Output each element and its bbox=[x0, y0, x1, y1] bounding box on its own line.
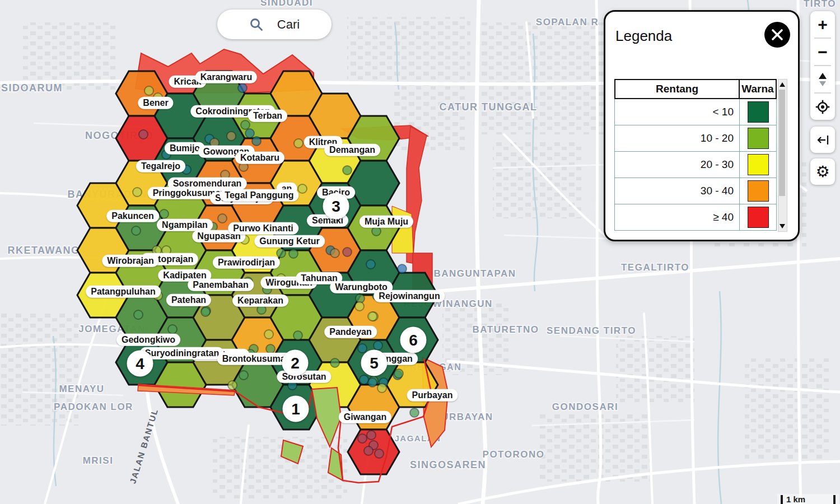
hexbin-cell[interactable] bbox=[155, 138, 206, 183]
point-marker[interactable] bbox=[246, 349, 255, 358]
point-marker[interactable] bbox=[377, 384, 386, 393]
zoom-out-button[interactable]: − bbox=[810, 39, 835, 65]
hexbin-cell[interactable] bbox=[309, 273, 361, 318]
point-marker[interactable] bbox=[241, 120, 250, 129]
hexbin-cell[interactable] bbox=[232, 94, 283, 138]
scroll-up-icon[interactable] bbox=[780, 82, 785, 87]
hexbin-cell[interactable] bbox=[232, 273, 283, 318]
point-marker[interactable] bbox=[288, 381, 297, 390]
hexbin-cell[interactable] bbox=[116, 116, 167, 161]
point-marker[interactable] bbox=[375, 449, 384, 458]
point-marker[interactable] bbox=[245, 129, 254, 138]
zoom-in-button[interactable]: + bbox=[810, 11, 835, 38]
hexbin-cell[interactable] bbox=[193, 250, 245, 295]
legend-scrollbar[interactable] bbox=[778, 79, 787, 232]
point-marker[interactable] bbox=[329, 198, 338, 207]
point-marker[interactable] bbox=[369, 441, 378, 450]
hexbin-cell[interactable] bbox=[193, 206, 245, 250]
point-marker[interactable] bbox=[364, 446, 373, 455]
cluster-marker[interactable]: 4 bbox=[127, 351, 153, 377]
point-marker[interactable] bbox=[358, 434, 367, 443]
point-marker[interactable] bbox=[227, 132, 236, 141]
point-marker[interactable] bbox=[366, 260, 375, 269]
point-marker[interactable] bbox=[372, 291, 381, 300]
point-marker[interactable] bbox=[139, 130, 148, 139]
point-marker[interactable] bbox=[238, 83, 247, 92]
hexbin-cell[interactable] bbox=[155, 273, 206, 318]
point-marker[interactable] bbox=[294, 139, 303, 148]
point-marker[interactable] bbox=[355, 302, 364, 311]
point-marker[interactable] bbox=[249, 344, 258, 353]
point-marker[interactable] bbox=[277, 249, 286, 258]
hexbin-cell[interactable] bbox=[77, 183, 129, 228]
point-marker[interactable] bbox=[343, 248, 352, 256]
point-marker[interactable] bbox=[330, 358, 339, 367]
point-marker[interactable] bbox=[398, 264, 407, 273]
close-button[interactable] bbox=[764, 22, 790, 48]
point-marker[interactable] bbox=[360, 375, 368, 384]
hexbin-cell[interactable] bbox=[155, 183, 206, 228]
point-marker[interactable] bbox=[358, 344, 367, 353]
point-marker[interactable] bbox=[326, 246, 335, 255]
point-marker[interactable] bbox=[132, 226, 141, 235]
hexbin-cell[interactable] bbox=[116, 71, 167, 116]
search-box[interactable]: Cari bbox=[217, 10, 332, 39]
point-marker[interactable] bbox=[153, 291, 162, 300]
point-marker[interactable] bbox=[356, 294, 365, 303]
hexbin-cell[interactable] bbox=[348, 116, 399, 161]
point-marker[interactable] bbox=[205, 134, 214, 143]
hexbin-cell[interactable] bbox=[386, 362, 438, 407]
point-marker[interactable] bbox=[133, 188, 142, 197]
hexbin-cell[interactable] bbox=[386, 318, 438, 362]
hexbin-cell[interactable] bbox=[386, 273, 438, 318]
point-marker[interactable] bbox=[201, 307, 210, 316]
hexbin-cell[interactable] bbox=[232, 362, 283, 407]
hexbin-cell[interactable] bbox=[77, 228, 129, 273]
hexbin-cell[interactable] bbox=[155, 318, 206, 362]
hexbin-cell[interactable] bbox=[270, 206, 322, 250]
point-marker[interactable] bbox=[369, 376, 378, 385]
point-marker[interactable] bbox=[369, 312, 378, 321]
hexbin-cell[interactable] bbox=[348, 206, 399, 250]
hexbin-cell[interactable] bbox=[309, 94, 361, 138]
point-marker[interactable] bbox=[239, 162, 248, 171]
hexbin-cell[interactable] bbox=[193, 340, 245, 385]
collapse-panel-button[interactable] bbox=[810, 127, 835, 153]
hexbin-cell[interactable] bbox=[270, 385, 322, 430]
point-marker[interactable] bbox=[394, 369, 403, 378]
hexbin-cell[interactable] bbox=[309, 362, 361, 407]
hexbin-cell[interactable] bbox=[348, 250, 399, 295]
point-marker[interactable] bbox=[228, 381, 237, 390]
hexbin-cell[interactable] bbox=[193, 71, 245, 116]
hexbin-cell[interactable] bbox=[193, 116, 245, 161]
point-marker[interactable] bbox=[266, 344, 275, 353]
cluster-marker[interactable]: 3 bbox=[323, 193, 349, 220]
point-marker[interactable] bbox=[202, 306, 211, 315]
hexbin-cell[interactable] bbox=[116, 161, 167, 206]
hexbin-cell[interactable] bbox=[348, 430, 399, 474]
hexbin-cell[interactable] bbox=[270, 295, 322, 340]
hexbin-cell[interactable] bbox=[309, 228, 361, 273]
cluster-marker[interactable]: 2 bbox=[282, 350, 309, 376]
hexbin-cell[interactable] bbox=[116, 206, 167, 250]
point-marker[interactable] bbox=[289, 249, 298, 258]
hexbin-cell[interactable] bbox=[309, 318, 361, 362]
hexbin-cell[interactable] bbox=[155, 228, 206, 273]
cluster-marker[interactable]: 5 bbox=[361, 350, 388, 376]
point-marker[interactable] bbox=[153, 93, 162, 102]
hexbin-cell[interactable] bbox=[193, 161, 245, 206]
point-marker[interactable] bbox=[162, 150, 171, 159]
point-marker[interactable] bbox=[208, 222, 217, 231]
point-marker[interactable] bbox=[410, 408, 419, 417]
hexbin-cell[interactable] bbox=[348, 340, 399, 385]
point-marker[interactable] bbox=[264, 330, 273, 339]
hexbin-cell[interactable] bbox=[232, 318, 283, 362]
scroll-down-icon[interactable] bbox=[780, 224, 785, 228]
tilt-button[interactable] bbox=[810, 66, 835, 92]
point-marker[interactable] bbox=[367, 431, 376, 440]
point-marker[interactable] bbox=[368, 378, 377, 387]
hexbin-cell[interactable] bbox=[232, 138, 283, 183]
hexbin-cell[interactable] bbox=[348, 385, 399, 430]
hexbin-cell[interactable] bbox=[270, 250, 322, 295]
hexbin-cell[interactable] bbox=[309, 183, 361, 228]
